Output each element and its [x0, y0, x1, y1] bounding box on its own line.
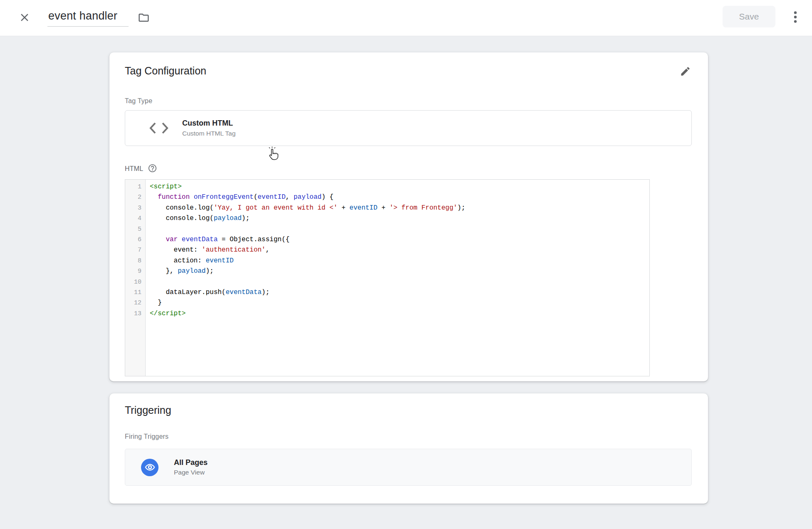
code-line: console.log(payload);: [150, 213, 649, 224]
tag-editor-screen: event handler Save Tag Configuration: [0, 0, 812, 529]
close-button[interactable]: [18, 11, 31, 25]
tag-type-name: Custom HTML: [182, 119, 235, 128]
code-editor-gutter: 12345678910111213: [125, 180, 146, 376]
tag-name-input[interactable]: event handler: [47, 10, 129, 27]
code-editor[interactable]: 12345678910111213 <script> function onFr…: [125, 179, 650, 376]
folder-icon: [138, 12, 150, 25]
code-line: function onFronteggEvent(eventID, payloa…: [150, 192, 649, 203]
folder-button[interactable]: [138, 12, 150, 25]
trigger-name: All Pages: [174, 458, 208, 467]
code-line: console.log('Yay, I got an event with id…: [150, 203, 649, 213]
triggering-card: Triggering Firing Triggers All Pages Pag…: [109, 393, 708, 504]
tag-configuration-card: Tag Configuration Tag Type Custom HTML C…: [109, 52, 708, 381]
html-field-label: HTML: [125, 165, 143, 173]
code-line: </script>: [150, 309, 649, 319]
code-brackets-icon: [149, 121, 169, 135]
more-options-button[interactable]: [788, 9, 803, 26]
code-line: [150, 277, 649, 287]
code-line: dataLayer.push(eventData);: [150, 287, 649, 298]
code-line: }, payload);: [150, 266, 649, 277]
tag-configuration-title: Tag Configuration: [125, 65, 206, 77]
edit-tag-configuration-button[interactable]: [680, 66, 691, 78]
tag-type-selector[interactable]: Custom HTML Custom HTML Tag: [125, 110, 692, 146]
help-icon: [148, 163, 157, 174]
code-line: }: [150, 298, 649, 308]
code-line: var eventData = Object.assign({: [150, 235, 649, 245]
triggering-title: Triggering: [125, 404, 692, 416]
code-editor-content[interactable]: <script> function onFronteggEvent(eventI…: [146, 180, 649, 376]
trigger-item-all-pages[interactable]: All Pages Page View: [125, 449, 692, 486]
close-icon: [18, 11, 31, 25]
help-button[interactable]: [148, 163, 157, 174]
save-button[interactable]: Save: [723, 6, 775, 27]
code-line: action: eventID: [150, 256, 649, 266]
code-line: [150, 224, 649, 235]
firing-triggers-label: Firing Triggers: [125, 433, 692, 440]
code-line: <script>: [150, 182, 649, 192]
tag-type-description: Custom HTML Tag: [182, 130, 235, 137]
pencil-icon: [680, 66, 691, 78]
code-line: event: 'authentication',: [150, 245, 649, 255]
kebab-menu-icon: [790, 10, 801, 26]
top-bar: event handler Save: [0, 0, 812, 36]
page-view-eye-icon: [141, 459, 158, 476]
trigger-type: Page View: [174, 469, 208, 476]
tag-type-label: Tag Type: [125, 97, 692, 105]
